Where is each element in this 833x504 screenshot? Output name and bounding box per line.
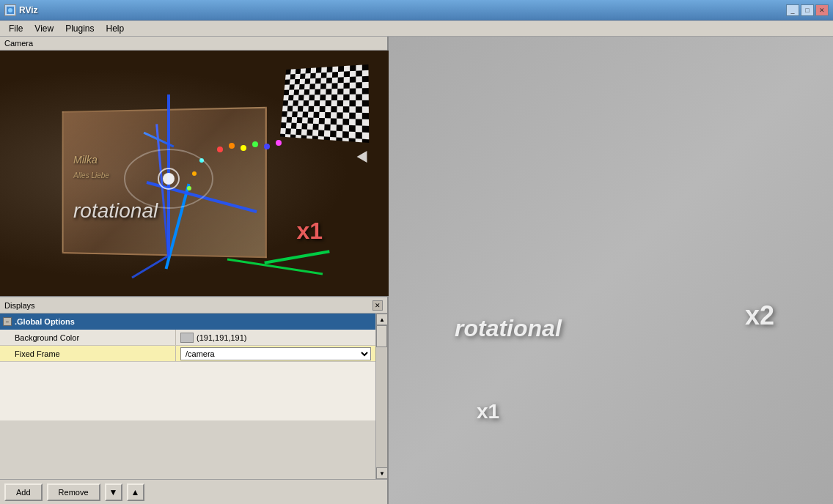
maximize-button[interactable]: □ (801, 4, 814, 16)
global-options-row[interactable]: − .Global Options (0, 314, 375, 330)
displays-header: Displays ✕ (0, 297, 387, 314)
displays-title: Displays (4, 301, 35, 310)
svg-point-1 (8, 8, 12, 12)
viz-3d: rotational x2 x1 (389, 37, 833, 504)
camera-label: Camera (4, 39, 33, 48)
displays-list-container: − .Global Options Background Color (191,… (0, 314, 387, 479)
scrollbar-track[interactable] (376, 325, 387, 467)
add-button[interactable]: Add (4, 483, 43, 501)
camera-view: Milka Alles Liebe rotational x1 (0, 51, 389, 296)
background-color-label: Background Color (0, 330, 176, 345)
menu-help[interactable]: Help (100, 22, 131, 35)
viz-3d-svg (389, 37, 833, 504)
book-title-text: Milka Alles Liebe (73, 153, 109, 182)
displays-buttons: Add Remove ▼ ▲ (0, 479, 387, 504)
menu-view[interactable]: View (29, 22, 59, 35)
left-panel: Camera Milka Alles Liebe (0, 37, 389, 504)
move-down-button[interactable]: ▼ (105, 483, 122, 501)
app-icon (4, 4, 16, 16)
background-color-row: Background Color (191,191,191) (0, 330, 375, 346)
fixed-frame-dropdown[interactable]: /camera (180, 347, 371, 360)
camera-header: Camera (0, 37, 387, 51)
close-button[interactable]: ✕ (815, 4, 829, 16)
fixed-frame-value: /camera (176, 347, 375, 360)
displays-close-button[interactable]: ✕ (373, 300, 383, 311)
book-decoration (62, 107, 267, 258)
title-bar-controls: _ □ ✕ (786, 4, 829, 16)
scrollbar-down-button[interactable]: ▼ (376, 467, 387, 479)
scrollbar-thumb[interactable] (376, 325, 387, 347)
fixed-frame-label: Fixed Frame (0, 346, 176, 361)
main-content: Camera Milka Alles Liebe (0, 37, 833, 504)
displays-section: Displays ✕ − .Global Options Background … (0, 297, 387, 504)
camera-section: Camera Milka Alles Liebe (0, 37, 387, 297)
menu-plugins[interactable]: Plugins (59, 22, 100, 35)
scrollbar: ▲ ▼ (375, 314, 387, 479)
right-panel: rotational x2 x1 (389, 37, 833, 504)
global-options-label: .Global Options (15, 317, 75, 326)
menu-file[interactable]: File (3, 22, 29, 35)
background-color-value: (191,191,191) (176, 333, 375, 343)
fixed-frame-row: Fixed Frame /camera (0, 346, 375, 362)
ar-text-rotational: rotational (73, 199, 158, 223)
ar-text-x1: x1 (296, 218, 323, 245)
displays-list: − .Global Options Background Color (191,… (0, 314, 375, 479)
move-up-button[interactable]: ▲ (127, 483, 144, 501)
title-bar: RViz _ □ ✕ (0, 0, 833, 21)
menu-bar: File View Plugins Help (0, 21, 833, 37)
remove-button[interactable]: Remove (47, 483, 100, 501)
minimize-button[interactable]: _ (786, 4, 799, 16)
scrollbar-up-button[interactable]: ▲ (376, 314, 387, 325)
collapse-button[interactable]: − (3, 317, 12, 326)
title-bar-left: RViz (4, 4, 38, 16)
color-value-text: (191,191,191) (197, 333, 247, 342)
checkerboard-marker (280, 64, 369, 143)
displays-empty-area (0, 362, 375, 420)
window-title: RViz (19, 5, 38, 15)
color-swatch[interactable] (180, 333, 194, 343)
